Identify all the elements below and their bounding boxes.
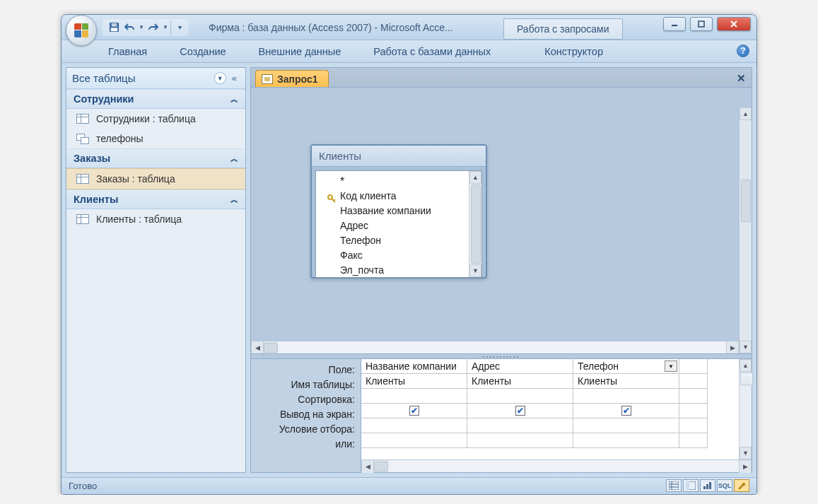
grid-cell-or-4[interactable] [679,433,708,448]
grid-cell-show-1[interactable]: ✔ [361,404,467,418]
chevron-up-icon: ︽ [230,194,238,205]
nav-item-phones-query[interactable]: телефоны [66,129,245,148]
nav-group-label: Клиенты [74,194,118,205]
field-item-all[interactable]: * [320,174,469,189]
office-button[interactable] [66,15,97,46]
grid-cell-or-1[interactable] [361,433,467,448]
ribbon-tab-datatools[interactable]: Работа с базами данных [369,43,495,60]
grid-cell-sort-4[interactable] [679,389,708,404]
redo-icon[interactable] [146,20,160,35]
nav-item-clients-table[interactable]: Клиенты : таблица [66,209,245,229]
grid-cell-table-4[interactable] [679,374,708,389]
design-vscrollbar[interactable]: ▲ ▼ [739,107,752,353]
grid-cell-show-3[interactable]: ✔ [573,404,679,418]
grid-cell-criteria-2[interactable] [467,418,573,433]
scroll-down-icon[interactable]: ▼ [740,341,752,353]
query-grid[interactable]: Название компании Адрес Телефон ▼ Клиент… [361,359,739,459]
grid-cell-or-3[interactable] [573,433,679,448]
checkbox-icon[interactable]: ✔ [409,406,419,416]
document-tab-label: Запрос1 [277,74,318,85]
nav-group-employees[interactable]: Сотрудники ︽ [66,89,245,109]
grid-cell-sort-1[interactable] [361,389,467,404]
grid-cell-table-3[interactable]: Клиенты [573,374,679,389]
scroll-thumb[interactable] [741,180,751,222]
undo-icon[interactable] [122,20,136,35]
pane-splitter[interactable] [251,353,752,359]
design-hscrollbar[interactable]: ◀ ▶ [251,341,739,353]
field-item-phone[interactable]: Телефон [320,233,469,248]
datasheet-view-icon[interactable] [666,479,682,492]
scroll-thumb[interactable] [374,462,388,471]
scroll-down-icon[interactable]: ▼ [469,264,481,277]
field-item-address[interactable]: Адрес [320,218,469,233]
grid-cell-field-3[interactable]: Телефон ▼ [573,359,679,374]
checkbox-icon[interactable]: ✔ [515,406,525,416]
grid-cell-field-1[interactable]: Название компании [361,359,467,374]
nav-item-employees-table[interactable]: Сотрудники : таблица [66,109,245,129]
grid-cell-criteria-3[interactable] [573,418,679,433]
grid-vscrollbar[interactable]: ▲ ▼ [739,359,752,459]
field-item-email[interactable]: Эл_почта [320,263,469,277]
field-item-company[interactable]: Название компании [320,204,469,218]
grid-cell-table-1[interactable]: Клиенты [361,374,467,389]
scroll-thumb[interactable] [264,343,278,353]
maximize-button[interactable] [690,17,713,31]
grid-cell-sort-3[interactable] [573,389,679,404]
grid-cell-table-2[interactable]: Клиенты [467,374,573,389]
grid-cell-criteria-1[interactable] [361,418,467,433]
scroll-up-icon[interactable]: ▲ [740,107,752,120]
redo-dropdown-icon[interactable]: ▼ [162,20,169,35]
svg-line-9 [334,199,335,201]
scroll-left-icon[interactable]: ◀ [251,341,264,354]
field-item-fax[interactable]: Факс [320,248,469,263]
scroll-left-icon[interactable]: ◀ [361,460,374,473]
nav-group-clients[interactable]: Клиенты ︽ [66,189,245,209]
table-icon [76,174,89,184]
scroll-up-icon[interactable]: ▲ [740,359,752,372]
grid-cell-show-4[interactable] [679,404,708,418]
grid-cell-field-4[interactable] [679,359,708,374]
scroll-track[interactable] [388,460,739,472]
design-view-icon[interactable] [734,479,749,492]
ribbon-tab-design[interactable]: Конструктор [540,43,607,60]
minimize-button[interactable] [663,17,686,31]
nav-pane-header[interactable]: Все таблицы ▼ « [66,68,245,89]
grid-cell-or-2[interactable] [467,433,573,448]
table-fieldlist-clients[interactable]: Клиенты * Код клиента [310,144,487,279]
scroll-up-icon[interactable]: ▲ [469,171,481,184]
help-icon[interactable]: ? [737,45,749,57]
checkbox-icon[interactable]: ✔ [621,406,631,416]
scroll-right-icon[interactable]: ▶ [726,341,739,354]
query-design-pane[interactable]: ▲ ▼ Клиенты * [251,88,752,353]
pivotchart-view-icon[interactable] [700,479,715,492]
grid-cell-sort-2[interactable] [467,389,573,404]
grid-cell-criteria-4[interactable] [679,418,708,433]
scroll-track[interactable] [278,341,726,353]
nav-item-orders-table[interactable]: Заказы : таблица [66,168,245,189]
scroll-thumb[interactable] [471,184,481,264]
ribbon-tab-create[interactable]: Создание [175,43,230,60]
qat-customize-icon[interactable]: ▾ [170,20,185,35]
save-icon[interactable] [107,20,121,35]
sql-view-icon[interactable]: SQL [717,479,732,492]
pivottable-view-icon[interactable] [683,479,699,492]
dropdown-icon[interactable]: ▼ [665,361,677,372]
fieldlist-title[interactable]: Клиенты [312,146,486,167]
ribbon-tab-external[interactable]: Внешние данные [255,43,346,60]
ribbon-tab-home[interactable]: Главная [104,43,151,60]
grid-cell-field-2[interactable]: Адрес [467,359,573,374]
nav-group-orders[interactable]: Заказы ︽ [66,148,245,168]
field-item-id[interactable]: Код клиента [320,189,469,204]
close-button[interactable] [717,17,751,31]
nav-collapse-icon[interactable]: « [229,73,240,83]
grid-selectall-box[interactable] [740,373,753,385]
scroll-right-icon[interactable]: ▶ [739,460,752,473]
undo-dropdown-icon[interactable]: ▼ [138,20,145,35]
grid-cell-show-2[interactable]: ✔ [467,404,573,418]
scroll-down-icon[interactable]: ▼ [740,447,752,459]
grid-hscrollbar[interactable]: ◀ ▶ [361,459,752,472]
fieldlist-scrollbar[interactable]: ▲ ▼ [469,171,481,277]
document-tab-query1[interactable]: Запрос1 [255,70,329,87]
tab-close-icon[interactable]: ✕ [737,72,746,85]
nav-filter-dropdown-icon[interactable]: ▼ [214,72,226,84]
